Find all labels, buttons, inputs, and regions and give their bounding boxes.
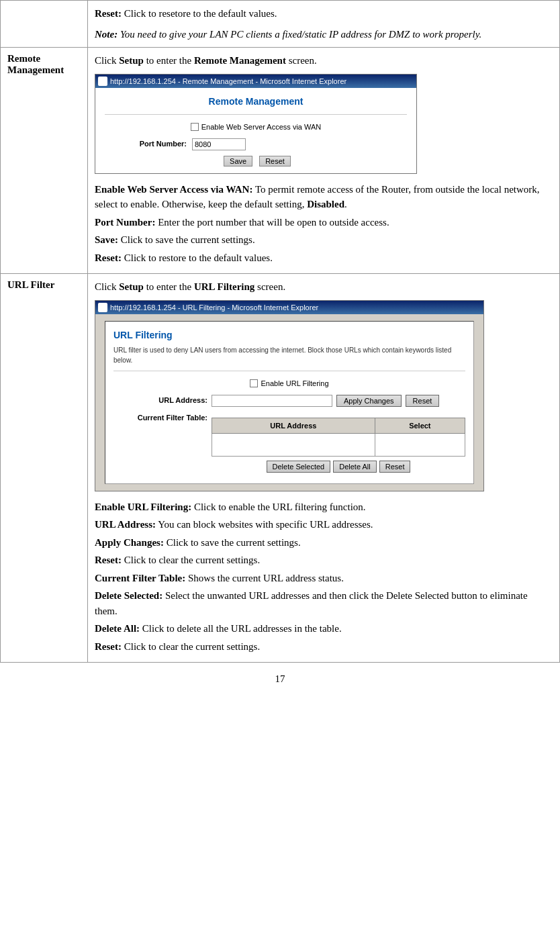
url-col-select: Select bbox=[375, 418, 465, 434]
remote-intro-text: Click bbox=[95, 55, 119, 66]
url-filter-content: Click Setup to enter the URL Filtering s… bbox=[88, 274, 560, 663]
url-screen-content: URL Filtering URL filter is used to deny… bbox=[95, 314, 483, 491]
note-paragraph: Note: You need to give your LAN PC clien… bbox=[95, 27, 553, 42]
url-apply-text: Click to save the current settings. bbox=[164, 537, 301, 548]
remote-btn-row: Save Reset bbox=[105, 156, 407, 167]
url-apply-button[interactable]: Apply Changes bbox=[336, 395, 402, 407]
remote-save-button[interactable]: Save bbox=[224, 156, 252, 167]
url-address-text: You can block websites with specific URL… bbox=[156, 519, 373, 530]
remote-intro2: to enter the bbox=[144, 55, 194, 66]
url-filter-table-desc: Current Filter Table: Shows the current … bbox=[95, 571, 553, 586]
url-screen-heading: URL Filtering bbox=[113, 328, 465, 342]
url-enable-label: Enable URL Filtering bbox=[261, 378, 328, 389]
url-address-bold: URL Address: bbox=[95, 519, 156, 530]
url-table-empty-addr bbox=[212, 434, 375, 457]
page-number: 17 bbox=[0, 663, 560, 690]
url-address-input[interactable] bbox=[212, 395, 332, 407]
url-address-row: URL Address: Apply Changes Reset bbox=[113, 395, 465, 407]
url-reset2-text: Click to clear the current settings. bbox=[122, 641, 260, 652]
remote-port-desc: Port Number: Enter the port number that … bbox=[95, 215, 553, 230]
url-del-all-desc: Delete All: Click to delete all the URL … bbox=[95, 621, 553, 636]
reset-paragraph: Reset: Click to resetore to the default … bbox=[95, 6, 553, 21]
ie-icon bbox=[98, 77, 107, 86]
remote-management-label: Remote Management bbox=[1, 48, 88, 274]
url-filter-screenshot: http://192.168.1.254 - URL Filtering - M… bbox=[95, 300, 484, 491]
url-del-all-bold: Delete All: bbox=[95, 623, 140, 634]
url-del-selected-desc: Delete Selected: Select the unwanted URL… bbox=[95, 588, 553, 618]
remote-reset-text: Click to restore to the default values. bbox=[122, 252, 273, 263]
remote-management-row: Remote Management Click Setup to enter t… bbox=[1, 48, 560, 274]
remote-save-label: Save: bbox=[95, 234, 118, 245]
url-del-all-text: Click to delete all the URL addresses in… bbox=[140, 623, 342, 634]
url-titlebar: http://192.168.1.254 - URL Filtering - M… bbox=[95, 301, 483, 315]
reset-text: Click to resetore to the default values. bbox=[122, 8, 277, 19]
reset-label: Reset: bbox=[95, 8, 122, 19]
remote-reset-button[interactable]: Reset bbox=[259, 156, 291, 167]
remote-port-input[interactable] bbox=[192, 138, 246, 150]
remote-save-desc: Save: Click to save the current settings… bbox=[95, 232, 553, 248]
dmz-row: Reset: Click to resetore to the default … bbox=[1, 1, 560, 48]
remote-reset-desc: Reset: Click to restore to the default v… bbox=[95, 250, 553, 266]
url-reset-desc: Reset: Click to clear the current settin… bbox=[95, 553, 553, 568]
remote-period: . bbox=[344, 199, 347, 209]
url-screen-name: URL Filtering bbox=[194, 281, 254, 292]
url-filter-table-text: Shows the current URL address status. bbox=[185, 573, 344, 583]
remote-enable-label: Enable Web Server Access via WAN: bbox=[95, 184, 252, 195]
url-filter-row: URL Filter Click Setup to enter the URL … bbox=[1, 274, 560, 663]
remote-divider bbox=[105, 114, 407, 115]
url-reset2-desc: Reset: Click to clear the current settin… bbox=[95, 639, 553, 655]
dmz-label-cell bbox=[1, 1, 88, 48]
url-reset2-bold: Reset: bbox=[95, 641, 122, 652]
note-text: You need to give your LAN PC clients a f… bbox=[118, 29, 481, 40]
remote-screen-name: Remote Management bbox=[194, 55, 286, 66]
url-enable-row: Enable URL Filtering bbox=[113, 378, 465, 389]
url-action-btns: Delete Selected Delete All Reset bbox=[212, 461, 465, 473]
url-enable-checkbox[interactable] bbox=[250, 379, 258, 387]
url-intro-text: Click bbox=[95, 281, 119, 292]
url-table-header-row: URL Address Select bbox=[212, 418, 465, 434]
url-intro: Click Setup to enter the URL Filtering s… bbox=[95, 279, 553, 295]
url-reset-text: Click to clear the current settings. bbox=[122, 555, 260, 565]
url-filter-table-label: Current Filter Table: bbox=[113, 412, 207, 424]
remote-checkbox-row: Enable Web Server Access via WAN bbox=[105, 122, 407, 133]
url-table-wrapper: URL Address Select bbox=[212, 412, 465, 473]
remote-checkbox-label: Enable Web Server Access via WAN bbox=[201, 122, 322, 133]
dmz-content-cell: Reset: Click to resetore to the default … bbox=[88, 1, 560, 48]
remote-intro: Click Setup to enter the Remote Manageme… bbox=[95, 53, 553, 68]
remote-enable-checkbox[interactable] bbox=[191, 123, 199, 131]
url-enable-desc: Enable URL Filtering: Click to enable th… bbox=[95, 500, 553, 515]
page-wrapper: Reset: Click to resetore to the default … bbox=[0, 0, 560, 690]
url-filter-table-bold: Current Filter Table: bbox=[95, 573, 185, 583]
url-delete-selected-button[interactable]: Delete Selected bbox=[267, 461, 331, 473]
remote-port-label-text: Port Number: bbox=[95, 217, 155, 228]
remote-screenshot-content: Remote Management Enable Web Server Acce… bbox=[95, 88, 416, 173]
url-apply-desc: Apply Changes: Click to save the current… bbox=[95, 535, 553, 551]
url-address-label: URL Address: bbox=[113, 395, 207, 406]
remote-titlebar-text: http://192.168.1.254 - Remote Management… bbox=[110, 76, 346, 87]
url-inner-content: URL Filtering URL filter is used to deny… bbox=[105, 321, 474, 484]
url-desc: URL filter is used to deny LAN users fro… bbox=[113, 345, 465, 365]
url-reset-button[interactable]: Reset bbox=[406, 395, 440, 407]
url-enable-text: Click to enable the URL filtering functi… bbox=[191, 502, 365, 512]
remote-disabled-word: Disabled bbox=[307, 199, 344, 209]
url-address-desc: URL Address: You can block websites with… bbox=[95, 517, 553, 532]
url-filter-label-cell: URL Filter bbox=[1, 274, 88, 663]
main-table: Reset: Click to resetore to the default … bbox=[0, 0, 560, 663]
url-intro3: screen. bbox=[254, 281, 285, 292]
url-col-address: URL Address bbox=[212, 418, 375, 434]
remote-titlebar: http://192.168.1.254 - Remote Management… bbox=[95, 75, 416, 89]
url-reset2-button[interactable]: Reset bbox=[379, 461, 411, 473]
remote-management-screenshot: http://192.168.1.254 - Remote Management… bbox=[95, 74, 417, 174]
url-table-empty-sel bbox=[375, 434, 465, 457]
url-del-selected-bold: Delete Selected: bbox=[95, 590, 162, 601]
url-filter-table: URL Address Select bbox=[212, 418, 465, 457]
url-intro2: to enter the bbox=[144, 281, 194, 292]
remote-port-text: Enter the port number that will be open … bbox=[155, 217, 389, 228]
url-delete-all-button[interactable]: Delete All bbox=[333, 461, 376, 473]
remote-setup-word: Setup bbox=[119, 55, 144, 66]
url-enable-bold: Enable URL Filtering: bbox=[95, 502, 191, 512]
note-label: Note: bbox=[95, 29, 118, 40]
url-setup-word: Setup bbox=[119, 281, 144, 292]
remote-screen-heading: Remote Management bbox=[105, 95, 407, 109]
remote-port-row: Port Number: bbox=[105, 138, 407, 150]
